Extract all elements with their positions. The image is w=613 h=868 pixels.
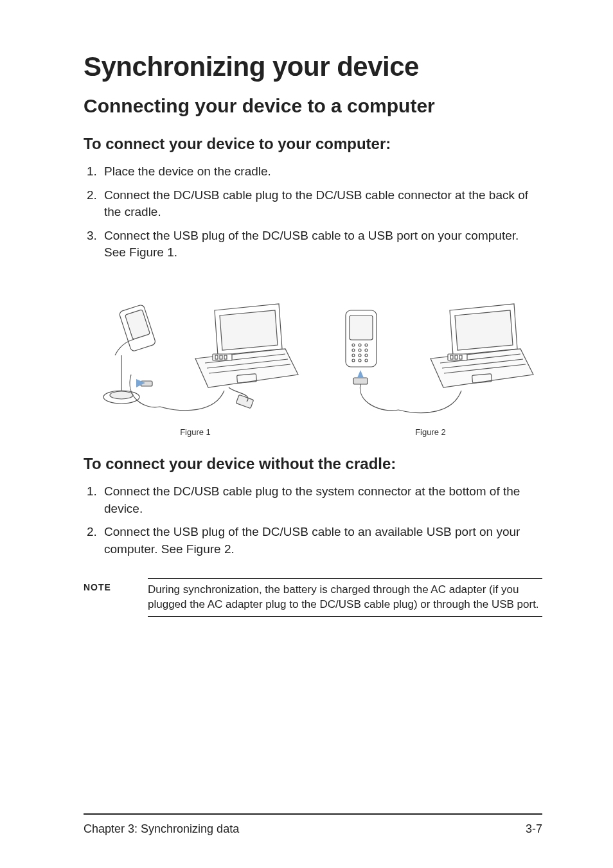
note-text: During synchronization, the battery is c… <box>148 578 542 617</box>
list-item: Place the device on the cradle. <box>100 163 542 181</box>
svg-point-26 <box>365 354 368 357</box>
footer-chapter: Chapter 3: Synchronizing data <box>84 822 239 836</box>
svg-point-29 <box>365 359 368 362</box>
svg-point-28 <box>359 359 361 362</box>
figure-2: Figure 2 <box>319 285 542 437</box>
svg-point-19 <box>359 344 361 346</box>
steps-list-2: Connect the DC/USB cable plug to the sys… <box>84 483 542 564</box>
svg-point-25 <box>359 354 361 357</box>
svg-point-18 <box>352 344 355 346</box>
steps-list-1: Place the device on the cradle. Connect … <box>84 163 542 268</box>
svg-point-20 <box>365 344 368 346</box>
svg-point-21 <box>352 349 355 351</box>
figure-1: Figure 1 <box>84 285 307 437</box>
figure-1-caption: Figure 1 <box>180 427 211 437</box>
svg-rect-30 <box>353 378 368 384</box>
svg-rect-17 <box>350 315 373 340</box>
subsection-1-heading: To connect your device to your computer: <box>84 135 542 153</box>
figure-2-illustration <box>319 285 542 426</box>
page-footer: Chapter 3: Synchronizing data 3-7 <box>84 813 542 836</box>
list-item: Connect the DC/USB cable plug to the DC/… <box>100 187 542 221</box>
figures-row: Figure 1 <box>84 285 542 437</box>
svg-point-22 <box>359 349 361 351</box>
figure-1-illustration <box>84 285 307 426</box>
subsection-2-heading: To connect your device without the cradl… <box>84 455 542 473</box>
svg-point-2 <box>110 391 133 399</box>
page: Synchronizing your device Connecting you… <box>0 0 613 868</box>
svg-point-23 <box>365 349 368 351</box>
note-block: NOTE During synchronization, the battery… <box>84 578 542 617</box>
note-label: NOTE <box>84 578 129 592</box>
list-item: Connect the USB plug of the DC/USB cable… <box>100 524 542 558</box>
list-item: Connect the DC/USB cable plug to the sys… <box>100 483 542 517</box>
list-item: Connect the USB plug of the DC/USB cable… <box>100 227 542 261</box>
figure-2-caption: Figure 2 <box>415 427 446 437</box>
svg-point-27 <box>352 359 355 362</box>
footer-page-number: 3-7 <box>526 822 542 836</box>
page-title: Synchronizing your device <box>84 51 542 82</box>
section-heading: Connecting your device to a computer <box>84 95 542 117</box>
svg-point-24 <box>352 354 355 357</box>
svg-marker-31 <box>357 370 364 378</box>
svg-rect-15 <box>236 394 253 408</box>
